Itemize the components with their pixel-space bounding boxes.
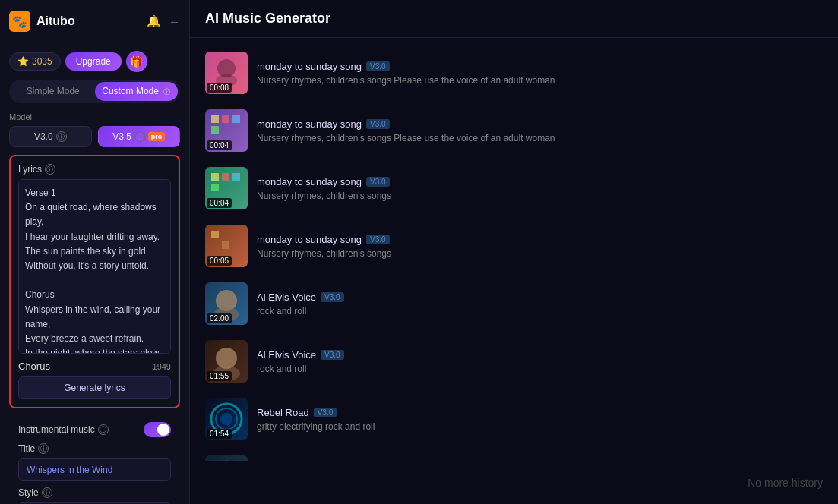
model-label: Model [0, 109, 189, 126]
lyrics-footer: Chorus 1949 [18, 361, 171, 372]
svg-rect-6 [232, 115, 240, 123]
song-duration: 00:08 [207, 83, 232, 93]
char-count: 1949 [153, 362, 171, 371]
notification-icon[interactable]: 🔔 [147, 14, 161, 28]
credits-bar: ⭐ 3035 Upgrade 🎁 [0, 43, 189, 80]
info-icon: ⓘ [163, 88, 170, 96]
star-icon: ⭐ [17, 56, 29, 67]
v35-info-icon: ⓘ [134, 131, 145, 142]
lyrics-section: Lyrics ⓘ Verse 1 On a quiet road, where … [9, 155, 180, 408]
song-name: monday to sunday song [257, 61, 362, 72]
instrumental-label: Instrumental music ⓘ [18, 424, 109, 435]
song-thumbnail: 01:55 [205, 340, 248, 383]
generate-lyrics-button[interactable]: Generate lyrics [18, 376, 171, 399]
song-item[interactable]: 00:04 monday to sunday song V3.0 Nursery… [190, 159, 838, 217]
sidebar-content: Lyrics ⓘ Verse 1 On a quiet road, where … [0, 155, 189, 504]
song-name: monday to sunday song [257, 176, 362, 187]
main-panel: AI Music Generator 00:08 monday to sunda… [190, 0, 838, 504]
song-name: Rebel Road [257, 407, 309, 418]
pro-badge: pro [148, 132, 166, 141]
song-description: Nursery rhymes, children's songs [257, 248, 823, 259]
model-v30-button[interactable]: V3.0 ⓘ [9, 126, 92, 147]
song-thumbnail: 01:54 [205, 398, 248, 440]
song-item[interactable]: 00:04 monday to sunday song V3.0 Nursery… [190, 102, 838, 159]
song-name-row: Rebel Road V3.0 [257, 407, 823, 418]
song-item[interactable]: 00:08 monday to sunday song V3.0 Nursery… [190, 44, 838, 102]
song-description: Nursery rhymes, children's songs [257, 191, 823, 201]
song-item[interactable]: 00:05 monday to sunday song V3.0 Nursery… [190, 217, 838, 275]
no-more-label: No more history [190, 461, 838, 504]
version-badge: V3.0 [366, 61, 390, 71]
lyrics-info-icon: ⓘ [45, 164, 55, 175]
sidebar: 🐾 Aitubo 🔔 ← ⭐ 3035 Upgrade 🎁 Simple Mod… [0, 0, 190, 504]
song-duration: 00:04 [207, 198, 232, 208]
back-icon[interactable]: ← [169, 15, 180, 28]
song-duration: 01:55 [207, 371, 232, 381]
song-name: monday to sunday song [257, 118, 362, 130]
song-info: monday to sunday song V3.0 Nursery rhyme… [257, 234, 823, 259]
mode-tabs: Simple Mode Custom Mode ⓘ [9, 80, 180, 103]
song-name-row: monday to sunday song V3.0 [257, 176, 823, 187]
song-thumbnail: 01:44 [205, 455, 248, 461]
style-label: Style ⓘ [18, 487, 171, 498]
song-info: Al Elvis Voice V3.0 rock and roll [257, 291, 823, 317]
svg-rect-11 [232, 173, 240, 181]
gift-button[interactable]: 🎁 [126, 51, 147, 72]
song-item[interactable]: 01:55 Al Elvis Voice V3.0 rock and roll [190, 332, 838, 390]
simple-mode-tab[interactable]: Simple Mode [11, 82, 95, 101]
song-thumbnail: 00:04 [205, 167, 248, 209]
svg-rect-10 [222, 173, 229, 181]
header-icons: 🔔 ← [147, 14, 180, 28]
upgrade-button[interactable]: Upgrade [65, 52, 122, 71]
instrumental-row: Instrumental music ⓘ [9, 416, 180, 443]
song-description: Nursery rhymes, children's songs Please … [257, 75, 823, 86]
song-info: monday to sunday song V3.0 Nursery rhyme… [257, 118, 823, 143]
title-input[interactable] [18, 458, 171, 481]
model-v35-button[interactable]: V3.5 ⓘ pro [98, 126, 181, 147]
song-name-row: monday to sunday song V3.0 [257, 234, 823, 245]
song-name-row: monday to sunday song V3.0 [257, 118, 823, 130]
instrumental-info-icon: ⓘ [98, 424, 109, 435]
lyrics-label: Lyrics ⓘ [18, 164, 171, 175]
svg-point-25 [220, 413, 232, 425]
title-section: Title ⓘ [9, 443, 180, 487]
version-badge: V3.0 [314, 408, 337, 417]
custom-mode-tab[interactable]: Custom Mode ⓘ [95, 82, 179, 101]
instrumental-toggle[interactable] [144, 422, 171, 437]
style-info-icon: ⓘ [42, 487, 52, 498]
app-name: Aitubo [36, 14, 141, 28]
song-info: Rebel Road V3.0 gritty electrifying rock… [257, 407, 823, 432]
v30-info-icon: ⓘ [56, 131, 67, 142]
song-description: Nursery rhymes, children's songs Please … [257, 133, 823, 143]
version-badge: V3.0 [366, 177, 390, 187]
song-item[interactable]: 02:00 Al Elvis Voice V3.0 rock and roll [190, 275, 838, 332]
song-item[interactable]: 01:54 Rebel Road V3.0 gritty electrifyin… [190, 390, 838, 448]
svg-rect-12 [211, 184, 219, 191]
song-name-row: Al Elvis Voice V3.0 [257, 349, 823, 361]
song-thumbnail: 00:08 [205, 52, 248, 94]
logo-icon: 🐾 [9, 11, 30, 32]
main-header: AI Music Generator [190, 0, 838, 38]
svg-rect-9 [211, 173, 219, 181]
song-item[interactable]: 01:44 Rebel Road V3.0 gritty electrifyin… [190, 448, 838, 461]
song-info: monday to sunday song V3.0 Nursery rhyme… [257, 176, 823, 201]
song-description: gritty electrifying rock and roll [257, 421, 823, 432]
version-badge: V3.0 [366, 119, 390, 129]
song-name-row: Al Elvis Voice V3.0 [257, 291, 823, 303]
song-duration: 00:04 [207, 140, 232, 150]
svg-rect-7 [211, 126, 219, 134]
song-thumbnail: 02:00 [205, 282, 248, 325]
title-info-icon: ⓘ [38, 443, 49, 454]
song-name: Al Elvis Voice [257, 291, 316, 303]
svg-rect-14 [211, 231, 219, 238]
credits-badge: ⭐ 3035 [9, 52, 61, 71]
song-thumbnail: 00:05 [205, 225, 248, 267]
song-duration: 02:00 [207, 313, 232, 323]
song-duration: 01:54 [207, 429, 232, 439]
song-info: monday to sunday song V3.0 Nursery rhyme… [257, 61, 823, 86]
song-info: Al Elvis Voice V3.0 rock and roll [257, 349, 823, 374]
song-thumbnail: 00:04 [205, 109, 248, 152]
version-badge: V3.0 [321, 292, 344, 302]
lyrics-input[interactable]: Verse 1 On a quiet road, where shadows p… [18, 179, 171, 354]
version-badge: V3.0 [366, 235, 390, 244]
